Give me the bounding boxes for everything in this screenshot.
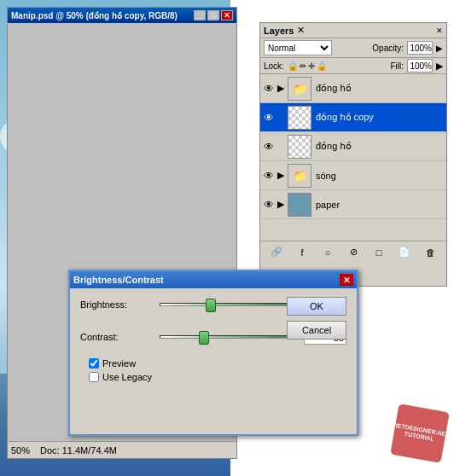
zoom-level: 50% — [11, 445, 30, 456]
fill-input[interactable] — [407, 59, 433, 73]
minimize-button[interactable]: _ — [194, 10, 206, 20]
dialog-content: Brightness: -27 Contrast: -35 Preview Us… — [70, 288, 357, 391]
layer-thumbnail — [288, 135, 311, 159]
contrast-slider-track[interactable] — [160, 335, 297, 339]
layers-panel-title: Layers — [264, 26, 294, 36]
dialog-close-button[interactable]: ✕ — [340, 274, 353, 286]
fill-label: Fill: — [390, 61, 404, 71]
layer-item[interactable]: 👁 ▶ 📁 đồng hồ — [260, 74, 446, 103]
layer-delete-button[interactable]: 🗑 — [422, 245, 439, 260]
arrow-icon: ▶ — [436, 44, 443, 53]
layer-item[interactable]: 👁 đồng hồ copy — [260, 103, 446, 132]
preview-label: Preview — [102, 358, 136, 369]
use-legacy-checkbox-row: Use Legacy — [80, 372, 346, 382]
layer-thumbnail — [288, 193, 311, 217]
layer-name: đồng hồ — [316, 83, 445, 94]
preview-checkbox-row: Preview — [80, 358, 346, 369]
contrast-label: Contrast: — [80, 332, 153, 342]
main-titlebar: Manip.psd @ 50% (đồng hồ copy, RGB/8) _ … — [8, 8, 236, 23]
dialog-buttons: OK Cancel — [287, 297, 346, 340]
layer-item[interactable]: 👁 ▶ paper — [260, 190, 446, 219]
opacity-label: Opacity: — [372, 44, 404, 53]
close-button[interactable]: ✕ — [221, 10, 233, 20]
cancel-button[interactable]: Cancel — [287, 321, 346, 340]
brightness-slider-thumb[interactable] — [206, 299, 216, 312]
layer-item[interactable]: 👁 đồng hồ — [260, 132, 446, 161]
layer-visibility-eye[interactable]: 👁 — [262, 140, 276, 154]
blend-mode-select[interactable]: Normal — [264, 40, 332, 55]
layer-visibility-eye[interactable]: 👁 — [262, 82, 276, 96]
layer-visibility-eye[interactable]: 👁 — [262, 111, 276, 125]
layers-panel: Layers ✕ ✕ Normal Opacity: ▶ Lock: 🔒 ✏ ✛… — [259, 22, 447, 287]
layer-visibility-eye[interactable]: 👁 — [262, 198, 276, 212]
use-legacy-label: Use Legacy — [102, 372, 152, 382]
layer-group-button[interactable]: □ — [370, 245, 387, 260]
layer-name: sóng — [316, 171, 445, 181]
doc-size: Doc: 11.4M/74.4M — [40, 445, 117, 456]
layer-visibility-eye[interactable]: 👁 — [262, 169, 276, 183]
layer-item[interactable]: 👁 ▶ 📁 sóng — [260, 161, 446, 190]
layer-new-button[interactable]: 📄 — [396, 245, 413, 260]
layers-panel-icon: ✕ — [297, 25, 305, 36]
dialog-titlebar: Brightness/Contrast ✕ — [70, 271, 357, 288]
main-window-title: Manip.psd @ 50% (đồng hồ copy, RGB/8) — [11, 11, 178, 20]
layer-name: đồng hồ — [316, 141, 445, 152]
layers-toolbar: Normal Opacity: ▶ — [260, 38, 446, 58]
use-legacy-checkbox[interactable] — [89, 372, 99, 382]
layers-list: 👁 ▶ 📁 đồng hồ 👁 đồng hồ copy 👁 đồng hồ 👁… — [260, 74, 446, 241]
lock-icon-2[interactable]: ✏ — [300, 61, 306, 71]
layers-titlebar: Layers ✕ ✕ — [260, 23, 446, 38]
opacity-input[interactable] — [407, 41, 433, 55]
watermark: VIETDESIGNER.NET TUTORIAL — [390, 403, 450, 463]
layer-name: paper — [316, 200, 445, 210]
layer-name: đồng hồ copy — [316, 112, 445, 123]
layer-mask-button[interactable]: ○ — [319, 245, 336, 260]
brightness-label: Brightness: — [80, 299, 153, 310]
layer-thumbnail: 📁 — [288, 77, 311, 101]
brightness-slider-track[interactable] — [160, 303, 297, 306]
ok-button[interactable]: OK — [287, 297, 346, 316]
status-bar: 50% Doc: 11.4M/74.4M — [8, 441, 236, 458]
fill-arrow-icon: ▶ — [436, 61, 443, 72]
folder-icon: 📁 — [293, 82, 307, 96]
lock-icon-1[interactable]: 🔒 — [288, 61, 298, 71]
layer-thumbnail — [288, 106, 311, 130]
layer-link-button[interactable]: 🔗 — [268, 245, 285, 260]
lock-label: Lock: — [264, 61, 284, 71]
lock-icon-3[interactable]: ✛ — [308, 61, 315, 71]
folder-icon: 📁 — [293, 169, 307, 183]
contrast-slider-thumb[interactable] — [199, 331, 209, 345]
layers-close-button[interactable]: ✕ — [436, 26, 443, 35]
lock-row: Lock: 🔒 ✏ ✛ 🔒 Fill: ▶ — [260, 58, 446, 74]
maximize-button[interactable]: □ — [207, 10, 219, 20]
layer-thumbnail: 📁 — [288, 164, 311, 188]
layers-bottom-toolbar: 🔗 f ○ ⊘ □ 📄 🗑 — [260, 241, 446, 263]
window-controls: _ □ ✕ — [194, 10, 233, 20]
preview-checkbox[interactable] — [89, 358, 99, 369]
layer-adjustment-button[interactable]: ⊘ — [345, 245, 362, 260]
brightness-contrast-dialog: Brightness/Contrast ✕ Brightness: -27 Co… — [68, 270, 358, 436]
layer-chain: ▶ — [277, 199, 286, 210]
dialog-title: Brightness/Contrast — [73, 275, 164, 285]
layer-fx-button[interactable]: f — [294, 245, 311, 260]
lock-icons: 🔒 ✏ ✛ 🔒 — [288, 61, 327, 71]
layer-chain: ▶ — [277, 83, 286, 94]
lock-icon-4[interactable]: 🔒 — [317, 61, 327, 71]
layer-chain: ▶ — [277, 170, 286, 181]
